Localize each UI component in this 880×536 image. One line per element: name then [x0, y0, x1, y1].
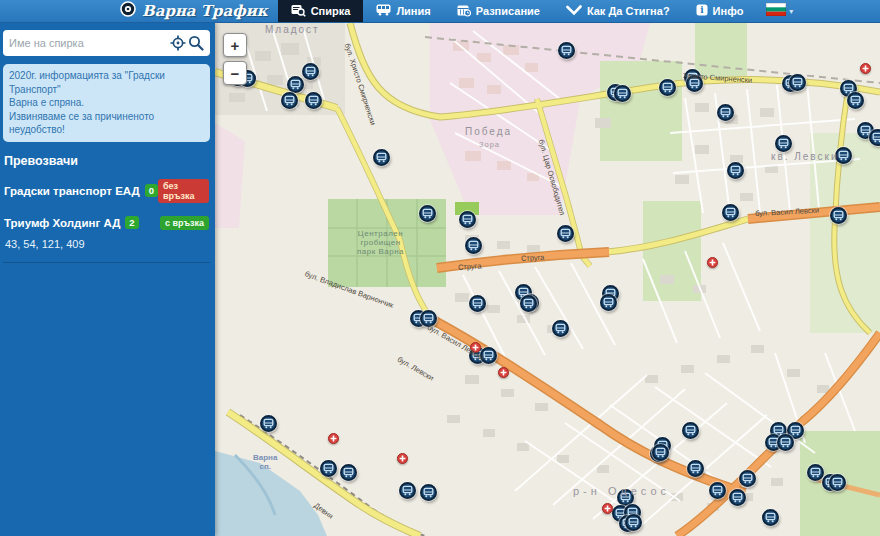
bus-stop-marker[interactable]	[557, 225, 574, 242]
operator-row-triumf[interactable]: Триумф Холдинг АД 2 с връзка	[3, 214, 210, 232]
bus-stop-marker[interactable]	[789, 74, 806, 91]
bus-stop-marker[interactable]	[459, 211, 476, 228]
operators-heading: Превозвачи	[4, 154, 210, 168]
sidebar-divider	[3, 262, 210, 263]
bus-stop-marker[interactable]	[465, 237, 482, 254]
map-street-label: бул. Владислав Варненчик	[303, 269, 394, 310]
map-street-label: бул. Васил Левски	[755, 206, 819, 218]
tab-line[interactable]: Линия	[363, 0, 443, 22]
bus-stop-marker[interactable]	[287, 76, 304, 93]
operator-row-gradski[interactable]: Градски транспорт ЕАД 0 без връзка	[3, 177, 210, 205]
zoom-out-button[interactable]: −	[223, 61, 247, 85]
bus-stop-marker[interactable]	[420, 484, 437, 501]
map-zoom-control: + −	[223, 33, 247, 85]
svg-text:i: i	[700, 5, 704, 15]
map-street-label: Струга	[458, 261, 482, 272]
map-street-label: бул. Христо Смирненски	[343, 42, 378, 126]
bus-stop-marker[interactable]	[480, 347, 497, 364]
info-icon: i	[696, 4, 708, 18]
tab-schedule[interactable]: Разписание	[444, 0, 553, 22]
map-canvas[interactable]: МладостПобедаЗоракв. Левскир-н ОдесосВар…	[215, 23, 880, 536]
notice-line: Извиняваме се за причиненото неудобство!	[9, 110, 204, 137]
map-area-label: кв. Левски	[771, 151, 839, 162]
search-icon[interactable]	[187, 34, 205, 52]
operator-count-badge: 2	[125, 216, 138, 229]
marker-layer: МладостПобедаЗоракв. Левскир-н ОдесосВар…	[215, 23, 880, 536]
bus-stop-marker[interactable]	[709, 482, 726, 499]
tab-how-to-get[interactable]: Как Да Стигна?	[553, 0, 683, 22]
poi-marker	[397, 453, 408, 464]
operator-count-badge: 0	[145, 184, 158, 197]
tab-schedule-label: Разписание	[476, 5, 540, 17]
bus-stop-marker[interactable]	[302, 63, 319, 80]
bus-stop-marker[interactable]	[419, 205, 436, 222]
map-area-label: Варна сп.	[253, 453, 277, 471]
bus-stop-marker[interactable]	[739, 470, 756, 487]
caret-down-icon: ▾	[789, 7, 793, 16]
bus-stop-marker[interactable]	[762, 509, 779, 526]
stop-search-input[interactable]	[9, 37, 169, 49]
bus-stop-marker[interactable]	[727, 162, 744, 179]
app-logo[interactable]: Варна Трафик	[120, 1, 268, 21]
bus-stop-marker[interactable]	[729, 489, 746, 506]
top-navbar: Варна Трафик Спирка	[0, 0, 880, 23]
bus-stop-marker[interactable]	[717, 104, 734, 121]
bus-stop-marker[interactable]	[281, 92, 298, 109]
poi-marker	[328, 433, 339, 444]
logo-eye-icon	[120, 1, 136, 21]
bus-stop-marker[interactable]	[652, 444, 669, 461]
logo-text: Варна Трафик	[142, 2, 268, 20]
bus-stop-marker[interactable]	[682, 422, 699, 439]
bus-stop-marker[interactable]	[775, 135, 792, 152]
bus-stop-marker[interactable]	[469, 295, 486, 312]
sidebar: 2020г. информацията за "Градски Транспор…	[0, 23, 215, 536]
varna-traffic-app: Варна Трафик Спирка	[0, 0, 880, 536]
tab-info-label: Инфо	[713, 5, 744, 17]
notice-line: Варна е спряна.	[9, 96, 204, 110]
map-street-label: Девня	[312, 501, 335, 521]
poi-marker	[470, 342, 481, 353]
bus-stop-marker[interactable]	[600, 294, 617, 311]
route-bird-icon	[566, 5, 582, 18]
notice-line: 2020г. информацията за "Градски Транспор…	[9, 69, 204, 96]
poi-marker	[707, 257, 718, 268]
bus-stop-marker[interactable]	[830, 207, 847, 224]
bus-stop-marker[interactable]	[835, 147, 852, 164]
bus-stop-marker[interactable]	[847, 92, 864, 109]
stop-search-icon	[291, 4, 306, 19]
language-selector[interactable]: ▾	[766, 2, 793, 20]
bus-stop-marker[interactable]	[520, 295, 537, 312]
zoom-in-button[interactable]: +	[223, 33, 247, 57]
bus-stop-marker[interactable]	[420, 310, 437, 327]
bus-stop-marker[interactable]	[305, 92, 322, 109]
tab-stop[interactable]: Спирка	[278, 0, 364, 22]
bus-stop-marker[interactable]	[260, 415, 277, 432]
map-area-label: Победа	[465, 126, 512, 137]
bus-stop-marker[interactable]	[625, 514, 642, 531]
stop-search	[3, 30, 210, 56]
bus-stop-marker[interactable]	[340, 464, 357, 481]
bus-stop-marker[interactable]	[399, 482, 416, 499]
operator-name: Триумф Холдинг АД	[4, 217, 120, 229]
bus-stop-marker[interactable]	[807, 464, 824, 481]
notice-box: 2020г. информацията за "Градски Транспор…	[3, 64, 210, 142]
locate-icon[interactable]	[169, 34, 187, 52]
operator-lines: 43, 54, 121, 409	[5, 238, 210, 250]
map-area-label: Централен гробищен парк Варна	[357, 229, 404, 256]
bus-stop-marker[interactable]	[869, 129, 880, 146]
poi-marker	[602, 503, 613, 514]
bus-stop-marker[interactable]	[552, 320, 569, 337]
bus-stop-marker[interactable]	[558, 42, 575, 59]
bus-stop-marker[interactable]	[722, 204, 739, 221]
bus-stop-marker[interactable]	[373, 149, 390, 166]
bus-stop-marker[interactable]	[777, 434, 794, 451]
bus-stop-marker[interactable]	[614, 85, 631, 102]
tab-stop-label: Спирка	[311, 5, 351, 17]
bus-stop-marker[interactable]	[659, 79, 676, 96]
bus-stop-marker[interactable]	[687, 460, 704, 477]
bus-stop-marker[interactable]	[829, 474, 846, 491]
bus-stop-marker[interactable]	[320, 460, 337, 477]
tab-how-to-get-label: Как Да Стигна?	[587, 5, 670, 17]
bus-stop-marker[interactable]	[686, 75, 703, 92]
tab-info[interactable]: i Инфо	[683, 0, 757, 22]
